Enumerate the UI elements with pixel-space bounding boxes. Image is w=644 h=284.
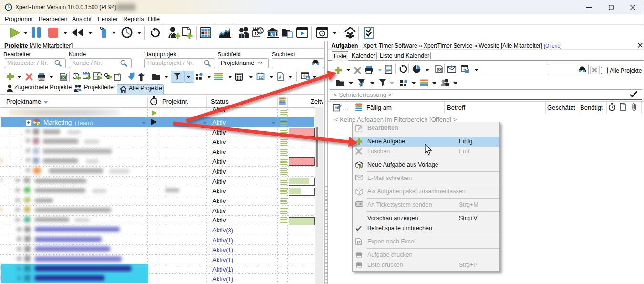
svg-text:#: # — [279, 74, 281, 80]
svg-text:€: € — [271, 32, 273, 37]
svg-text:12: 12 — [258, 75, 263, 80]
